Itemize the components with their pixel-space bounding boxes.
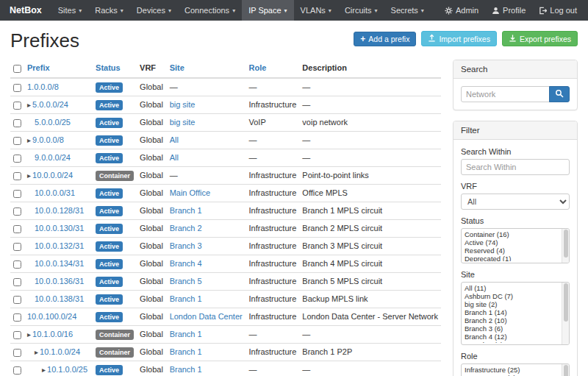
prefix-link[interactable]: 10.0.0.128/31 [35, 206, 84, 215]
site-link[interactable]: Branch 1 [170, 294, 202, 303]
prefix-link[interactable]: 5.0.0.0/24 [32, 100, 68, 109]
status-listbox[interactable]: Container (16)Active (74)Reserved (4)Dep… [461, 228, 570, 263]
row-checkbox[interactable] [13, 349, 21, 357]
filter-option[interactable]: Branch 3 (6) [462, 324, 561, 333]
prefix-link[interactable]: 5.0.0.0/25 [35, 118, 71, 127]
filter-option[interactable]: All (11) [462, 284, 561, 292]
search-button[interactable] [549, 86, 570, 102]
select-all-checkbox[interactable] [13, 65, 21, 73]
row-checkbox[interactable] [13, 172, 21, 180]
status-cell: Active [93, 361, 137, 376]
app-brand[interactable]: NetBox [0, 0, 51, 21]
nav-item-secrets[interactable]: Secrets ▾ [384, 0, 431, 21]
prefix-link[interactable]: 10.0.0.132/31 [35, 241, 84, 250]
add-prefix-button[interactable]: + Add a prefix [354, 32, 416, 46]
prefix-link[interactable]: 9.0.0.0/8 [32, 135, 64, 144]
prefix-link[interactable]: 10.1.0.0/25 [47, 365, 87, 374]
row-checkbox[interactable] [13, 225, 21, 233]
export-prefixes-button[interactable]: Export prefixes [502, 31, 578, 46]
scrollbar-thumb[interactable] [564, 283, 568, 322]
prefix-link[interactable]: 10.0.100.0/24 [27, 312, 76, 321]
site-link[interactable]: Branch 5 [170, 277, 202, 285]
site-link[interactable]: Branch 4 [170, 259, 202, 268]
filter-option[interactable]: Active (74) [462, 238, 561, 246]
nav-item-admin[interactable]: Admin [438, 0, 485, 21]
site-link[interactable]: All [170, 135, 179, 144]
nav-item-sites[interactable]: Sites ▾ [51, 0, 88, 21]
filter-option[interactable]: Reserved (4) [462, 246, 561, 255]
site-link[interactable]: big site [170, 118, 196, 127]
row-checkbox[interactable] [13, 260, 21, 269]
status-badge: Active [96, 100, 123, 110]
row-checkbox[interactable] [13, 243, 21, 251]
column-header-status[interactable]: Status [93, 60, 137, 78]
nav-item-label: IP Space [248, 6, 281, 15]
column-header-prefix[interactable]: Prefix [24, 60, 93, 78]
site-link[interactable]: Main Office [170, 188, 210, 197]
row-checkbox[interactable] [13, 190, 21, 198]
prefix-link[interactable]: 10.0.0.134/31 [35, 259, 84, 268]
nav-item-connections[interactable]: Connections ▾ [178, 0, 242, 21]
filter-option[interactable]: Branch 5 (7) [462, 341, 561, 343]
filter-option[interactable]: big site (2) [462, 300, 561, 308]
site-link[interactable]: big site [170, 100, 196, 109]
prefix-link[interactable]: 10.0.0.0/24 [32, 171, 73, 180]
row-checkbox[interactable] [13, 155, 21, 163]
nav-item-logout[interactable]: Log out [532, 0, 584, 21]
scrollbar[interactable] [562, 283, 569, 344]
row-checkbox[interactable] [13, 296, 21, 304]
filter-option[interactable]: Infrastructure (25) [462, 366, 561, 374]
site-link[interactable]: Branch 1 [170, 206, 202, 215]
site-cell: Branch 1 [167, 325, 246, 343]
scrollbar[interactable] [562, 229, 569, 263]
prefix-link[interactable]: 10.0.0.130/31 [35, 224, 84, 233]
filter-option[interactable]: Branch 2 (10) [462, 316, 561, 324]
prefix-link[interactable]: 10.1.0.0/16 [32, 330, 73, 338]
role-listbox[interactable]: Infrastructure (25)Management (8)Private… [461, 363, 570, 376]
prefix-link[interactable]: 10.0.0.138/31 [35, 294, 84, 303]
import-prefixes-button[interactable]: Import prefixes [421, 31, 496, 46]
search-within-input[interactable] [461, 159, 570, 175]
column-header-role[interactable]: Role [246, 60, 300, 78]
prefix-link[interactable]: 10.0.0.136/31 [35, 277, 84, 285]
site-link[interactable]: Branch 1 [170, 347, 202, 356]
site-link[interactable]: All [170, 153, 179, 162]
site-link[interactable]: London Data Center [170, 312, 243, 321]
filter-option[interactable]: Deprecated (1) [462, 255, 561, 261]
site-link[interactable]: Branch 1 [170, 365, 202, 374]
scrollbar[interactable] [562, 364, 569, 376]
prefix-link[interactable]: 9.0.0.0/24 [35, 153, 71, 162]
filter-option[interactable]: Container (16) [462, 230, 561, 238]
nav-item-racks[interactable]: Racks ▾ [88, 0, 130, 21]
scrollbar-thumb[interactable] [564, 365, 568, 376]
row-checkbox[interactable] [13, 137, 21, 145]
nav-item-circuits[interactable]: Circuits ▾ [338, 0, 384, 21]
nav-item-profile[interactable]: Profile [485, 0, 532, 21]
site-link[interactable]: Branch 2 [170, 224, 202, 233]
nav-item-ip-space[interactable]: IP Space ▾ [242, 0, 293, 21]
site-listbox[interactable]: All (11)Ashburn DC (7)big site (2)Branch… [461, 282, 570, 345]
prefix-link[interactable]: 10.0.0.0/31 [35, 188, 75, 197]
site-link[interactable]: Branch 3 [170, 241, 202, 250]
row-checkbox[interactable] [13, 331, 21, 339]
prefix-link[interactable]: 10.1.0.0/24 [40, 347, 80, 356]
column-header-site[interactable]: Site [167, 60, 246, 78]
filter-option[interactable]: Branch 1 (14) [462, 308, 561, 316]
row-checkbox[interactable] [13, 119, 21, 127]
row-checkbox[interactable] [13, 102, 21, 110]
row-checkbox[interactable] [13, 207, 21, 216]
scrollbar-thumb[interactable] [564, 230, 568, 258]
row-checkbox[interactable] [13, 278, 21, 286]
prefix-link[interactable]: 1.0.0.0/8 [27, 82, 59, 91]
gear-icon [445, 7, 453, 15]
nav-item-vlans[interactable]: VLANs ▾ [294, 0, 338, 21]
row-checkbox[interactable] [13, 84, 21, 92]
row-checkbox[interactable] [13, 366, 21, 375]
row-checkbox[interactable] [13, 313, 21, 322]
filter-option[interactable]: Ashburn DC (7) [462, 292, 561, 300]
site-link[interactable]: Branch 1 [170, 330, 202, 338]
filter-option[interactable]: Branch 4 (12) [462, 333, 561, 341]
vrf-select[interactable]: All [461, 194, 570, 210]
nav-item-devices[interactable]: Devices ▾ [130, 0, 178, 21]
search-input[interactable] [461, 86, 550, 102]
